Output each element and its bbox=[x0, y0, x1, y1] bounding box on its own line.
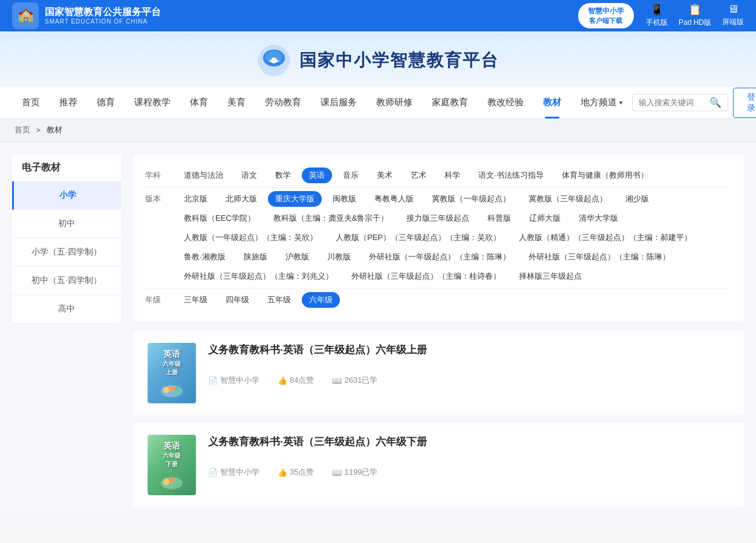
cover-illustration-2 bbox=[157, 471, 187, 492]
filter-tag-min[interactable]: 闽教版 bbox=[325, 191, 363, 207]
filter-tag-grade4[interactable]: 四年级 bbox=[218, 292, 256, 308]
download-button[interactable]: 智慧中小学 客户端下载 bbox=[578, 3, 634, 28]
filter-tag-yuwen[interactable]: 语文 bbox=[234, 167, 264, 183]
filter-tag-waiyan-liu[interactable]: 外研社版（三年级起点）（主编：刘兆义） bbox=[177, 268, 341, 284]
filter-tag-jieli[interactable]: 接力版三年级起点 bbox=[399, 210, 477, 226]
nav-jiating[interactable]: 家庭教育 bbox=[422, 87, 478, 119]
top-header: 🏫 国家智慧教育公共服务平台 SMART EDUCATION OF CHINA … bbox=[0, 0, 756, 31]
source-icon-2: 📄 bbox=[208, 468, 218, 477]
filter-tag-qinghua[interactable]: 清华大学版 bbox=[572, 210, 625, 226]
filter-tag-grade3[interactable]: 三年级 bbox=[177, 292, 215, 308]
filter-tags-subject: 道德与法治 语文 数学 英语 音乐 美术 艺术 科学 语文·书法练习指导 体育与… bbox=[177, 167, 732, 183]
platform-logo-icon bbox=[257, 44, 291, 77]
sidebar-item-chuzhong54[interactable]: 初中（五·四学制） bbox=[12, 267, 121, 295]
nav-home[interactable]: 首页 bbox=[12, 87, 50, 119]
filter-tag-hu[interactable]: 沪教版 bbox=[278, 249, 316, 265]
filter-tag-yingyu[interactable]: 英语 bbox=[302, 167, 332, 183]
nav-kecheng[interactable]: 课程教学 bbox=[125, 87, 180, 119]
views-icon-1: 📖 bbox=[332, 376, 342, 385]
nav-tiyu[interactable]: 体育 bbox=[180, 87, 218, 119]
filter-tag-xiang[interactable]: 湘少版 bbox=[618, 191, 656, 207]
filter-label-subject: 学科 bbox=[145, 167, 169, 181]
filter-tag-kepu[interactable]: 科普版 bbox=[480, 210, 518, 226]
mobile-link[interactable]: 📱 手机版 bbox=[646, 3, 668, 28]
nav-jiaogai[interactable]: 教改经验 bbox=[478, 87, 533, 119]
filter-area: 学科 道德与法治 语文 数学 英语 音乐 美术 艺术 科学 语文·书法练习指导 … bbox=[133, 154, 744, 507]
filter-tag-pep[interactable]: 人教版（PEP）（三年级起点）（主编：吴欣） bbox=[328, 230, 508, 245]
sidebar-menu: 小学 初中 小学（五·四学制） 初中（五·四学制） 高中 bbox=[12, 181, 121, 324]
filter-tag-meishu[interactable]: 美术 bbox=[370, 167, 400, 183]
filter-tag-renjiao1[interactable]: 人教版（一年级起点）（主编：吴欣） bbox=[177, 230, 325, 245]
meta-likes-1: 👍 84点赞 bbox=[278, 375, 314, 386]
nav-difang[interactable]: 地方频道 ▾ bbox=[571, 87, 632, 119]
textbook-cover-1: 英语 六年级 上册 bbox=[148, 343, 196, 403]
filter-tag-shan[interactable]: 陕旅版 bbox=[236, 249, 275, 265]
filter-tag-lu-xiang[interactable]: 鲁教·湘教版 bbox=[177, 249, 233, 265]
filter-tag-waiyan1[interactable]: 外研社版（一年级起点）（主编：陈琳） bbox=[362, 249, 518, 265]
filter-tag-yinyue[interactable]: 音乐 bbox=[336, 167, 366, 183]
source-icon-1: 📄 bbox=[208, 376, 218, 385]
filter-tag-liaoshi[interactable]: 辽师大版 bbox=[522, 210, 568, 226]
svg-point-7 bbox=[163, 387, 169, 393]
filter-tag-yishu[interactable]: 艺术 bbox=[403, 167, 434, 183]
textbook-meta-2: 📄 智慧中小学 👍 35点赞 📖 1199已学 bbox=[208, 467, 729, 478]
platform-banner: 国家中小学智慧教育平台 bbox=[0, 31, 756, 87]
filter-tag-ji3[interactable]: 冀教版（三年级起点） bbox=[521, 191, 614, 207]
breadcrumb-home[interactable]: 首页 bbox=[15, 125, 30, 134]
filter-tag-shufa[interactable]: 语文·书法练习指导 bbox=[471, 167, 551, 183]
like-icon-2: 👍 bbox=[278, 468, 287, 477]
pad-link[interactable]: 📋 Pad HD版 bbox=[679, 3, 711, 28]
sidebar-item-xiaoxue[interactable]: 小学 bbox=[12, 181, 121, 210]
filter-tags-edition: 北京版 北师大版 重庆大学版 闽教版 粤教粤人版 冀教版（一年级起点） 冀教版（… bbox=[177, 191, 732, 284]
nav-meiyu[interactable]: 美育 bbox=[218, 87, 255, 119]
logo-icon: 🏫 bbox=[12, 2, 39, 29]
filter-tag-chuan[interactable]: 川教版 bbox=[320, 249, 358, 265]
filter-tag-beishida[interactable]: 北师大版 bbox=[218, 191, 264, 207]
logo-area: 🏫 国家智慧教育公共服务平台 SMART EDUCATION OF CHINA bbox=[12, 2, 161, 29]
nav-recommend[interactable]: 推荐 bbox=[50, 87, 87, 119]
filter-tag-yue[interactable]: 粤教粤人版 bbox=[367, 191, 421, 207]
filter-tag-gong[interactable]: 教科版（主编：龚亚夫&鲁宗干） bbox=[266, 210, 396, 226]
chevron-down-icon: ▾ bbox=[619, 99, 622, 106]
meta-likes-2: 👍 35点赞 bbox=[278, 467, 314, 478]
meta-source-1: 📄 智慧中小学 bbox=[208, 375, 259, 386]
textbook-title-2[interactable]: 义务教育教科书·英语（三年级起点）六年级下册 bbox=[208, 435, 729, 449]
filter-tag-tiyu[interactable]: 体育与健康（教师用书） bbox=[555, 167, 656, 183]
sidebar-title: 电子教材 bbox=[12, 154, 121, 181]
svg-point-11 bbox=[163, 479, 169, 485]
sidebar-item-xiaoxue54[interactable]: 小学（五·四学制） bbox=[12, 238, 121, 267]
filter-tag-eec[interactable]: 教科版（EEC学院） bbox=[177, 210, 262, 226]
filter-row-grade: 年级 三年级 四年级 五年级 六年级 bbox=[145, 288, 732, 311]
filter-tag-daode[interactable]: 道德与法治 bbox=[177, 167, 230, 183]
login-button[interactable]: 登录 bbox=[733, 88, 756, 118]
filter-tag-jingtong[interactable]: 人教版（精通）（三年级起点）（主编：郝建平） bbox=[512, 230, 699, 245]
nav-jiaoshi[interactable]: 教师研修 bbox=[367, 87, 422, 119]
nav-jiaocai[interactable]: 教材 bbox=[533, 87, 571, 119]
nav-deyu[interactable]: 德育 bbox=[87, 87, 125, 119]
filter-tag-kexue[interactable]: 科学 bbox=[437, 167, 468, 183]
filter-tag-grade5[interactable]: 五年级 bbox=[260, 292, 298, 308]
sidebar-item-gaozhong[interactable]: 高中 bbox=[12, 295, 121, 324]
filter-tag-waiyan-gui[interactable]: 外研社版（三年级起点）（主编：桂诗春） bbox=[344, 268, 508, 284]
breadcrumb-separator: ＞ bbox=[33, 125, 47, 134]
logo-text: 国家智慧教育公共服务平台 SMART EDUCATION OF CHINA bbox=[45, 6, 161, 25]
search-input[interactable] bbox=[639, 98, 709, 107]
sidebar-item-chuzhong[interactable]: 初中 bbox=[12, 210, 121, 238]
nav-kehougongku[interactable]: 课后服务 bbox=[311, 87, 367, 119]
filter-tag-chongqingdaxue[interactable]: 重庆大学版 bbox=[268, 191, 322, 207]
textbook-meta-1: 📄 智慧中小学 👍 84点赞 📖 2631已学 bbox=[208, 375, 729, 386]
filter-tag-waiyan3[interactable]: 外研社版（三年级起点）（主编：陈琳） bbox=[521, 249, 677, 265]
filter-tag-beijing[interactable]: 北京版 bbox=[177, 191, 215, 207]
textbook-card-2: 英语 六年级 下册 义务教育教科书·英语（三年级起点）六年级下册 bbox=[133, 423, 744, 507]
textbook-title-1[interactable]: 义务教育教科书·英语（三年级起点）六年级上册 bbox=[208, 343, 729, 357]
filter-tag-ji1[interactable]: 冀教版（一年级起点） bbox=[425, 191, 518, 207]
search-button[interactable]: 🔍 bbox=[709, 97, 722, 108]
filter-tag-shuxue[interactable]: 数学 bbox=[268, 167, 298, 183]
pad-icon: 📋 bbox=[688, 3, 702, 16]
meta-source-2: 📄 智慧中小学 bbox=[208, 467, 259, 478]
search-wrap: 🔍 bbox=[632, 94, 728, 111]
filter-tag-grade6[interactable]: 六年级 bbox=[302, 292, 340, 308]
filter-tag-zelin[interactable]: 择林版三年级起点 bbox=[512, 268, 589, 284]
screen-link[interactable]: 🖥 屏端版 bbox=[722, 3, 744, 28]
nav-laodong[interactable]: 劳动教育 bbox=[255, 87, 311, 119]
